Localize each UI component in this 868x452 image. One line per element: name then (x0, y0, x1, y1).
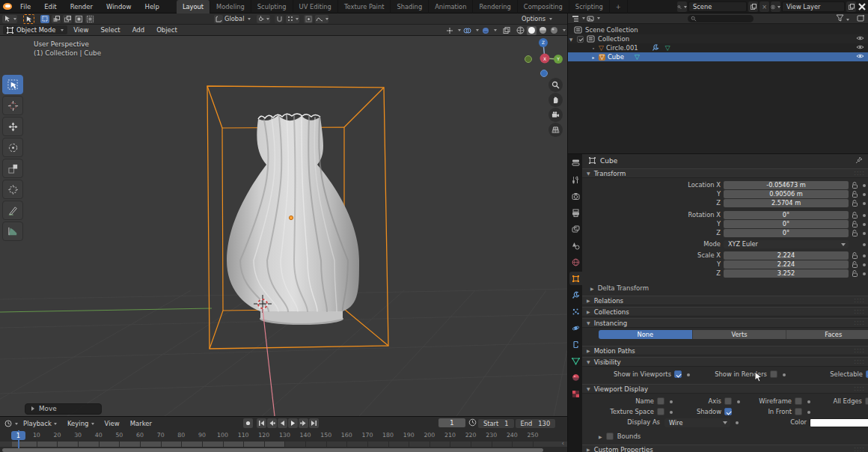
tab-layout[interactable]: Layout (177, 0, 210, 13)
tab-tool[interactable] (569, 173, 582, 186)
outliner-filter-id-icon[interactable] (585, 14, 595, 23)
current-frame-field[interactable]: 1 (438, 418, 465, 427)
camera-view-button[interactable] (548, 108, 563, 122)
eye-icon[interactable] (856, 53, 864, 61)
outliner-row-collection[interactable]: ▼ Collection (568, 34, 868, 43)
operator-panel-move[interactable]: Move (25, 403, 102, 415)
lock-icon[interactable] (852, 191, 858, 198)
options-button[interactable]: Options (520, 15, 552, 22)
add-workspace-button[interactable]: + (610, 0, 628, 13)
select-mode-extend-icon[interactable] (52, 15, 61, 23)
tab-sculpting[interactable]: Sculpting (251, 0, 293, 13)
active-tool-icon[interactable] (2, 15, 17, 23)
tab-uv-editing[interactable]: UV Editing (293, 0, 338, 13)
animate-decorator[interactable] (863, 272, 866, 275)
breadcrumb-object-name[interactable]: Cube (600, 157, 617, 165)
viewport-3d[interactable]: Z Y X User Perspective (1) Collection | … (0, 36, 567, 416)
xray-caret[interactable] (494, 29, 497, 31)
editor-type-icon[interactable] (569, 156, 582, 169)
mode-dropdown[interactable]: Object Mode (3, 25, 67, 34)
select-mode-set-icon[interactable] (40, 15, 49, 23)
animate-decorator[interactable] (863, 232, 866, 235)
panel-collections[interactable]: ▶Collections:::: (582, 307, 868, 317)
tab-rendering[interactable]: Rendering (473, 0, 517, 13)
tool-transform[interactable] (2, 180, 23, 199)
tab-output[interactable] (569, 206, 582, 219)
select-mode-intersect-icon[interactable] (85, 15, 94, 23)
all-edges-checkbox[interactable] (865, 397, 868, 405)
tab-modifiers[interactable] (569, 288, 582, 302)
window-close-icon[interactable] (858, 2, 867, 11)
overlays-toggle-icon[interactable] (462, 26, 472, 35)
lock-icon[interactable] (852, 261, 858, 269)
shading-rendered-icon[interactable] (549, 26, 559, 35)
display-as-dropdown[interactable]: Wire (664, 418, 730, 427)
gizmo-z-neg-axis[interactable] (541, 70, 548, 77)
instancing-verts-button[interactable]: Verts (693, 330, 787, 339)
in-front-checkbox[interactable] (795, 408, 802, 415)
zoom-view-button[interactable] (548, 78, 563, 92)
tab-object[interactable] (569, 272, 582, 285)
timeline-collapse-icon[interactable]: ‹ (561, 439, 564, 447)
scene-browse-icon[interactable] (677, 1, 687, 12)
tab-constraints[interactable] (569, 338, 582, 351)
tab-compositing[interactable]: Compositing (518, 0, 569, 13)
animate-decorator[interactable] (863, 184, 866, 187)
tab-render[interactable] (569, 189, 582, 203)
gizmo-y-neg-axis[interactable] (525, 56, 532, 63)
tool-select-box[interactable] (2, 75, 23, 94)
tab-world[interactable] (569, 255, 582, 269)
outliner-row-scene-collection[interactable]: Scene Collection (568, 25, 868, 34)
frame-end-field[interactable]: End130 (516, 419, 556, 428)
ortho-toggle-button[interactable] (548, 123, 563, 137)
tab-scripting[interactable]: Scripting (569, 0, 610, 13)
jump-to-start-button[interactable] (257, 418, 266, 428)
bounds-expand-icon[interactable]: ▶ (599, 434, 602, 439)
blender-logo-icon[interactable] (2, 2, 13, 11)
panel-relations[interactable]: ▶Relations:::: (582, 296, 868, 305)
tab-modeling[interactable]: Modeling (210, 0, 251, 13)
play-reverse-button[interactable] (278, 418, 287, 428)
current-frame-badge[interactable]: 1 (11, 431, 25, 440)
tool-rotate[interactable] (2, 138, 23, 157)
snap-target-icon[interactable] (286, 15, 299, 23)
panel-custom-properties[interactable]: ▶Custom Properties:::: (582, 445, 868, 452)
tab-particles[interactable] (569, 305, 582, 318)
jump-to-end-button[interactable] (309, 418, 319, 428)
auto-keying-clock-icon[interactable] (468, 418, 477, 428)
menu-object[interactable]: Object (150, 26, 183, 34)
toggle-xray-icon[interactable] (501, 26, 511, 35)
bounds-checkbox[interactable] (606, 433, 614, 440)
tool-cursor[interactable] (2, 96, 23, 115)
menu-marker[interactable]: Marker (125, 420, 157, 427)
menu-keying[interactable]: Keying (62, 420, 100, 427)
scene-name-field[interactable]: Scene (688, 1, 747, 12)
tab-scene[interactable] (569, 239, 582, 252)
tool-annotate[interactable] (2, 201, 23, 220)
tab-physics[interactable] (569, 321, 582, 335)
orientation-icon[interactable] (214, 15, 223, 23)
tab-view-layer[interactable] (569, 222, 582, 236)
animate-decorator[interactable] (863, 193, 866, 196)
prev-keyframe-button[interactable] (267, 418, 277, 428)
gizmos-caret[interactable] (458, 29, 461, 31)
lock-icon[interactable] (852, 200, 858, 207)
animate-decorator[interactable] (863, 254, 866, 257)
timeline-editor-icon[interactable] (3, 419, 13, 428)
panel-visibility[interactable]: ▼Visibility:::: (582, 357, 868, 367)
orientation-value[interactable]: Global (224, 15, 244, 22)
animate-decorator[interactable] (863, 263, 866, 266)
collection-checkbox[interactable] (577, 36, 584, 43)
next-keyframe-button[interactable] (299, 418, 308, 428)
view-layer-new-icon[interactable] (846, 1, 856, 12)
falloff-curve-icon[interactable] (315, 15, 328, 23)
xray-dropdown-icon[interactable] (480, 26, 490, 35)
panel-delta-transform[interactable]: ▶Delta Transform (590, 284, 649, 292)
outliner-display-mode-icon[interactable] (570, 14, 580, 23)
lock-icon[interactable] (852, 182, 858, 189)
tool-select-box-icon[interactable] (23, 14, 34, 24)
snap-magnet-icon[interactable] (275, 15, 284, 23)
pin-icon[interactable] (855, 156, 863, 165)
color-swatch[interactable] (810, 418, 868, 427)
collection-expand-icon[interactable]: ▼ (568, 37, 574, 42)
